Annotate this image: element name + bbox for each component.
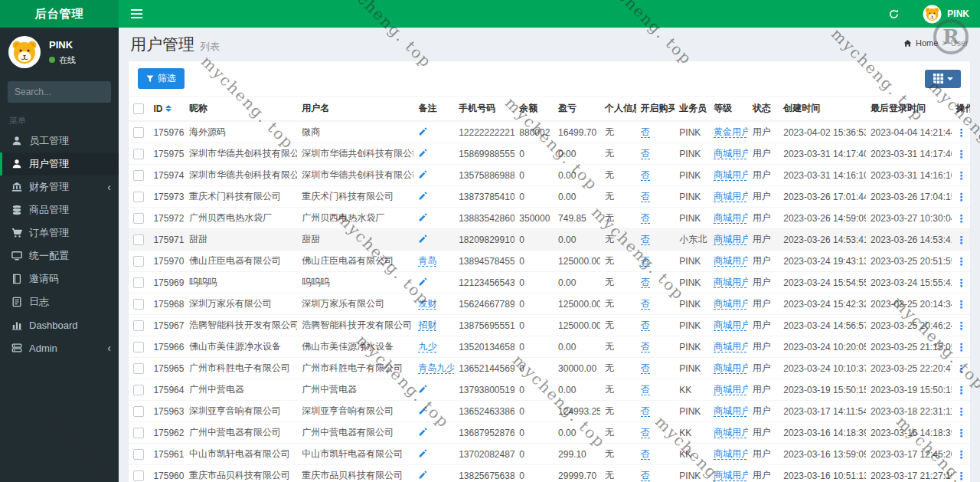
- level-link[interactable]: 商城用户: [714, 320, 748, 331]
- level-link[interactable]: 商城用户: [714, 427, 748, 438]
- row-checkbox[interactable]: [133, 213, 144, 224]
- edit-remark-button[interactable]: [418, 384, 428, 394]
- row-actions-button[interactable]: ⋮: [956, 448, 967, 461]
- sidebar-item-invite[interactable]: 邀请码: [0, 267, 119, 290]
- level-link[interactable]: 商城用户: [714, 448, 748, 460]
- edit-remark-button[interactable]: [418, 191, 428, 201]
- level-link[interactable]: 商城用户: [714, 169, 748, 181]
- purchase-toggle-link[interactable]: 否: [641, 169, 650, 181]
- purchase-toggle-link[interactable]: 否: [641, 341, 650, 352]
- row-actions-button[interactable]: ⋮: [956, 255, 967, 267]
- row-actions-button[interactable]: ⋮: [956, 320, 967, 332]
- filter-button[interactable]: 筛选: [138, 68, 185, 89]
- purchase-toggle-link[interactable]: 否: [641, 405, 650, 417]
- sidebar-item-log[interactable]: 日志: [0, 290, 119, 313]
- level-link[interactable]: 商城用户: [714, 470, 748, 481]
- purchase-toggle-link[interactable]: 否: [641, 320, 650, 331]
- level-link[interactable]: 商城用户: [714, 148, 748, 159]
- edit-remark-button[interactable]: [418, 277, 428, 287]
- row-actions-button[interactable]: ⋮: [956, 191, 967, 203]
- select-all-checkbox[interactable]: [133, 103, 144, 114]
- row-checkbox[interactable]: [133, 428, 144, 438]
- level-link[interactable]: 商城用户: [714, 298, 748, 310]
- row-checkbox[interactable]: [133, 449, 144, 460]
- edit-remark-button[interactable]: [418, 234, 428, 244]
- row-checkbox[interactable]: [133, 256, 144, 267]
- purchase-toggle-link[interactable]: 否: [641, 212, 650, 224]
- purchase-toggle-link[interactable]: 否: [641, 470, 650, 481]
- purchase-toggle-link[interactable]: 否: [641, 427, 650, 438]
- edit-remark-button[interactable]: [418, 448, 428, 458]
- sidebar-item-orders[interactable]: 订单管理: [0, 221, 119, 244]
- row-checkbox[interactable]: [133, 385, 144, 395]
- row-actions-button[interactable]: ⋮: [956, 405, 967, 418]
- level-link[interactable]: 黄金用户: [714, 126, 748, 138]
- user-menu[interactable]: PINK: [912, 0, 980, 28]
- column-header-id[interactable]: ID: [149, 97, 185, 121]
- row-actions-button[interactable]: ⋮: [956, 234, 967, 246]
- row-checkbox[interactable]: [133, 127, 144, 138]
- row-actions-button[interactable]: ⋮: [956, 298, 967, 310]
- row-actions-button[interactable]: ⋮: [956, 427, 967, 439]
- sidebar-item-dashboard[interactable]: Dashboard: [0, 313, 119, 336]
- edit-remark-button[interactable]: [418, 126, 428, 136]
- edit-remark-button[interactable]: [418, 169, 428, 179]
- app-logo[interactable]: 后台管理: [0, 0, 119, 28]
- purchase-toggle-link[interactable]: 否: [641, 298, 650, 310]
- row-actions-button[interactable]: ⋮: [956, 126, 967, 139]
- level-link[interactable]: 商城用户: [714, 234, 748, 245]
- sidebar-item-finance[interactable]: 财务管理‹: [0, 175, 119, 198]
- sidebar-item-users[interactable]: 用户管理: [0, 152, 119, 175]
- edit-remark-button[interactable]: [418, 427, 428, 437]
- level-link[interactable]: 商城用户: [714, 191, 748, 202]
- purchase-toggle-link[interactable]: 否: [641, 384, 650, 395]
- edit-remark-button[interactable]: [418, 148, 428, 158]
- row-checkbox[interactable]: [133, 471, 144, 481]
- row-checkbox[interactable]: [133, 149, 144, 159]
- row-checkbox[interactable]: [133, 320, 144, 331]
- remark-link[interactable]: 招财: [418, 320, 436, 331]
- edit-remark-button[interactable]: [418, 405, 428, 415]
- row-checkbox[interactable]: [133, 277, 144, 288]
- level-link[interactable]: 商城用户: [714, 362, 748, 374]
- remark-link[interactable]: 青岛: [418, 255, 436, 267]
- row-actions-button[interactable]: ⋮: [956, 148, 967, 160]
- purchase-toggle-link[interactable]: 否: [641, 191, 650, 202]
- refresh-button[interactable]: [876, 0, 912, 28]
- row-checkbox[interactable]: [133, 406, 144, 417]
- breadcrumb-home-link[interactable]: Home: [916, 38, 938, 48]
- remark-link[interactable]: 青岛九少: [418, 362, 454, 374]
- search-input[interactable]: [8, 81, 111, 103]
- edit-remark-button[interactable]: [418, 212, 428, 222]
- purchase-toggle-link[interactable]: 否: [641, 126, 650, 138]
- sort-icon[interactable]: [165, 105, 172, 112]
- remark-link[interactable]: 九少: [418, 341, 436, 352]
- row-actions-button[interactable]: ⋮: [956, 384, 967, 396]
- purchase-toggle-link[interactable]: 否: [641, 362, 650, 374]
- row-actions-button[interactable]: ⋮: [956, 470, 967, 482]
- row-actions-button[interactable]: ⋮: [956, 169, 967, 182]
- remark-link[interactable]: 发财: [418, 298, 436, 310]
- row-checkbox[interactable]: [133, 363, 144, 374]
- purchase-toggle-link[interactable]: 否: [641, 448, 650, 460]
- sidebar-item-admin[interactable]: Admin‹: [0, 336, 119, 359]
- purchase-toggle-link[interactable]: 否: [641, 234, 650, 245]
- purchase-toggle-link[interactable]: 否: [641, 255, 650, 267]
- columns-dropdown-button[interactable]: [925, 70, 961, 88]
- row-checkbox[interactable]: [133, 170, 144, 181]
- sidebar-item-goods[interactable]: 商品管理: [0, 198, 119, 221]
- level-link[interactable]: 商城用户: [714, 384, 748, 395]
- row-actions-button[interactable]: ⋮: [956, 362, 967, 375]
- level-link[interactable]: 商城用户: [714, 405, 748, 417]
- sidebar-toggle-button[interactable]: [119, 0, 155, 28]
- level-link[interactable]: 商城用户: [714, 277, 748, 288]
- sidebar-item-staff[interactable]: 员工管理: [0, 130, 119, 152]
- row-actions-button[interactable]: ⋮: [956, 341, 967, 353]
- row-checkbox[interactable]: [133, 234, 144, 245]
- row-checkbox[interactable]: [133, 192, 144, 202]
- level-link[interactable]: 商城用户: [714, 255, 748, 267]
- row-actions-button[interactable]: ⋮: [956, 277, 967, 289]
- row-checkbox[interactable]: [133, 299, 144, 310]
- row-actions-button[interactable]: ⋮: [956, 212, 967, 225]
- level-link[interactable]: 商城用户: [714, 341, 748, 352]
